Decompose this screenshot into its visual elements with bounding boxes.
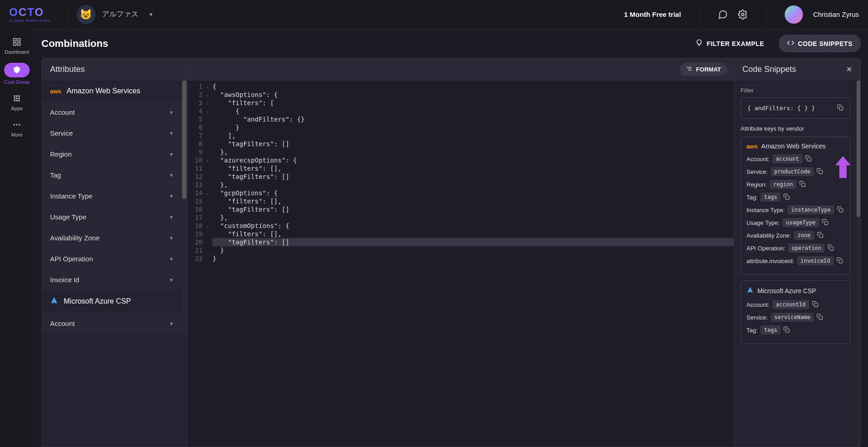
divider	[68, 5, 68, 24]
kv-row: Service:serviceName	[746, 313, 844, 322]
svg-point-15	[16, 124, 17, 125]
kv-label: Account:	[746, 301, 770, 308]
kv-label: API Operation:	[746, 245, 785, 252]
attribute-label: Account	[50, 320, 75, 327]
chevron-down-icon: ▼	[169, 214, 174, 220]
scrollbar-thumb[interactable]	[857, 81, 860, 217]
copy-icon[interactable]	[805, 155, 812, 163]
kv-row: Usage Type:usageType	[746, 218, 844, 227]
chevron-down-icon: ▼	[148, 11, 154, 18]
vendor-name: Amazon Web Services	[761, 142, 826, 150]
scrollbar-thumb[interactable]	[182, 81, 187, 199]
attr-keys-label: Attribute keys by vendor	[741, 125, 850, 132]
nav-apps[interactable]: Apps	[11, 93, 22, 111]
gear-icon[interactable]	[738, 10, 748, 20]
copy-icon[interactable]	[812, 301, 818, 309]
button-label: FILTER EXAMPLE	[706, 40, 764, 47]
attributes-list[interactable]: awsAmazon Web ServicesAccount▼Service▼Re…	[42, 81, 182, 334]
cost-group-icon	[4, 63, 30, 77]
filter-label: Filter	[741, 87, 850, 94]
copy-icon[interactable]	[822, 219, 828, 227]
attribute-row[interactable]: Invoice Id▼	[42, 269, 182, 290]
vendor-name: Amazon Web Services	[67, 87, 141, 95]
format-button[interactable]: FORMAT	[680, 63, 727, 76]
sidenav: Dashboard Cost Group Apps More	[0, 29, 34, 447]
copy-icon[interactable]	[817, 314, 823, 321]
close-icon[interactable]: ✕	[846, 65, 852, 74]
filter-example-button[interactable]: FILTER EXAMPLE	[687, 35, 772, 52]
svg-rect-30	[814, 303, 818, 307]
code-snippets-button[interactable]: CODE SNIPPETS	[779, 35, 861, 52]
kv-value: serviceName	[771, 313, 814, 322]
attribute-row[interactable]: Instance Type▼	[42, 185, 182, 206]
attribute-row[interactable]: Tag▼	[42, 164, 182, 185]
kv-row: Instance Type:instanceType	[746, 205, 844, 214]
attribute-row[interactable]: Service▼	[42, 122, 182, 143]
chevron-down-icon: ▼	[169, 131, 174, 136]
page-title: Combinations	[41, 38, 108, 50]
tenant-selector[interactable]: 😺 アルファス ▼	[76, 5, 154, 24]
copy-icon[interactable]	[817, 232, 823, 239]
attribute-label: Instance Type	[50, 192, 92, 200]
content: Attributes awsAmazon Web ServicesAccount…	[41, 58, 861, 447]
kv-value: instanceType	[787, 205, 834, 214]
attribute-row[interactable]: Region▼	[42, 143, 182, 164]
svg-rect-9	[16, 97, 17, 99]
kv-row: API Operation:operation	[746, 244, 844, 253]
nav-dashboard[interactable]: Dashboard	[5, 36, 29, 55]
copy-icon[interactable]	[817, 168, 823, 176]
kv-label: Account:	[746, 156, 770, 163]
kv-value: account	[772, 154, 803, 163]
svg-rect-11	[14, 100, 15, 101]
trial-text: 1 Month Free trial	[624, 10, 681, 18]
svg-rect-24	[786, 196, 790, 199]
format-label: FORMAT	[696, 66, 721, 73]
attribute-label: Service	[50, 129, 73, 137]
copy-icon[interactable]	[837, 257, 843, 265]
snippets-header: Code Snippets ✕	[734, 58, 860, 81]
nav-more[interactable]: More	[11, 119, 22, 137]
kv-label: Tag:	[746, 194, 758, 201]
snippets-body[interactable]: Filter{ andFilters: { } }Attribute keys …	[734, 81, 857, 447]
chevron-down-icon: ▼	[169, 110, 174, 115]
chat-icon[interactable]	[718, 10, 728, 20]
attribute-row[interactable]: Account▼	[42, 102, 182, 122]
kv-row: Account:accountId	[746, 300, 844, 309]
scrollbar[interactable]	[857, 81, 860, 447]
svg-point-16	[19, 124, 20, 125]
copy-icon[interactable]	[799, 181, 806, 188]
copy-icon[interactable]	[783, 326, 790, 334]
vendor-box: Microsoft Azure CSPAccount:accountIdServ…	[741, 280, 850, 344]
svg-point-14	[14, 124, 15, 125]
kv-label: Service:	[746, 168, 768, 175]
kv-label: Usage Type:	[746, 219, 780, 226]
attribute-label: Account	[50, 108, 75, 116]
logo[interactable]: OCTO CLOUD SIMPLIFIED	[9, 6, 51, 23]
kv-row: Availability Zone:zone	[746, 231, 844, 240]
copy-icon[interactable]	[837, 206, 843, 214]
attribute-row[interactable]: Account▼	[42, 313, 182, 334]
kv-label: Region:	[746, 181, 767, 188]
copy-icon[interactable]	[837, 104, 843, 112]
svg-rect-3	[13, 43, 16, 46]
aws-icon: aws	[746, 143, 758, 150]
svg-rect-12	[16, 100, 17, 101]
code-editor[interactable]: 12345678910111213141516171819202122▾▾▾▾▾…	[187, 81, 734, 447]
vendor-title: Microsoft Azure CSP	[746, 286, 844, 295]
svg-rect-23	[802, 183, 805, 187]
scrollbar[interactable]	[182, 81, 187, 334]
topbar-right: 1 Month Free trial Christian Zyrus	[624, 5, 859, 24]
attribute-row[interactable]: Usage Type▼	[42, 206, 182, 227]
attribute-row[interactable]: Availability Zone▼	[42, 227, 182, 248]
chevron-down-icon: ▼	[169, 256, 174, 262]
kv-row: attribute.invoiceid:invoiceId	[746, 256, 844, 265]
svg-rect-2	[18, 39, 20, 41]
copy-icon[interactable]	[783, 193, 790, 201]
attribute-row[interactable]: API Operation▼	[42, 248, 182, 269]
user-avatar[interactable]	[785, 5, 803, 24]
more-icon	[11, 119, 22, 130]
copy-icon[interactable]	[827, 244, 834, 252]
nav-cost-group[interactable]: Cost Group	[4, 63, 30, 85]
svg-rect-27	[819, 234, 823, 238]
kv-row: Service:productCode	[746, 167, 844, 176]
